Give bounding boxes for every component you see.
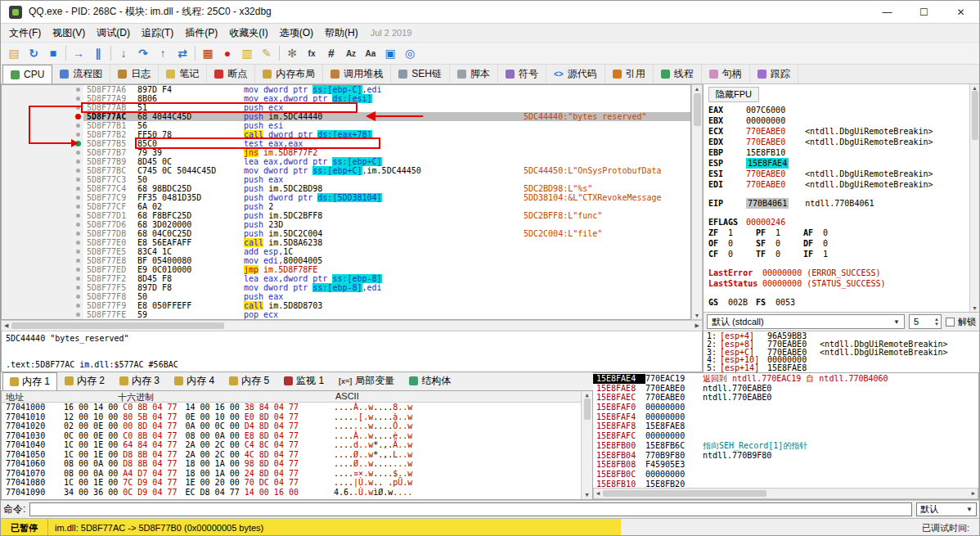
hash-icon[interactable]: # [321, 43, 341, 63]
scroll-right-icon[interactable]: ▶ [972, 490, 975, 497]
row-dot[interactable] [76, 205, 80, 209]
dump-tab-mem5[interactable]: 内存 5 [222, 372, 276, 390]
stack-row[interactable]: 15E8FAF400000000 [593, 412, 978, 422]
tab-trace[interactable]: 跟踪 [750, 65, 798, 83]
stack-hscrollbar[interactable]: ◀ ▶ [593, 488, 978, 499]
stack-row[interactable]: 15E8FAFC00000000 [593, 431, 978, 441]
step-out-icon[interactable]: ↑ [153, 43, 173, 63]
register-row[interactable]: CF0TF0IF1 [708, 249, 969, 259]
row-dot[interactable] [76, 106, 80, 110]
scroll-thumb[interactable] [11, 322, 224, 329]
row-dot[interactable] [76, 196, 80, 200]
scroll-left-icon[interactable]: ◀ [4, 322, 8, 329]
disasm-row[interactable]: 5D8F77B156push esi [2, 121, 690, 130]
row-dot[interactable] [76, 160, 80, 164]
memory-row[interactable]: 770410501C 00 1E 00 D8 8B 04 772A 00 2C … [2, 450, 581, 460]
tab-breakpoints[interactable]: 断点 [207, 65, 255, 83]
stack-row[interactable]: 15E8FAF000000000 [593, 403, 978, 412]
row-dot[interactable] [76, 214, 80, 218]
breakpoint-dot[interactable] [75, 114, 81, 119]
row-dot[interactable] [76, 151, 80, 155]
tab-graph[interactable]: 流程图 [52, 65, 110, 83]
disasm-row[interactable]: 5D8F77AB51push ecx [2, 103, 690, 112]
row-dot[interactable] [76, 169, 80, 173]
row-dot[interactable] [76, 277, 80, 281]
menu-item[interactable]: 收藏夹(I) [223, 25, 273, 42]
memory-row[interactable]: 770410300C 00 0E 00 C0 8B 04 7708 00 0A … [2, 431, 581, 441]
row-dot[interactable] [76, 223, 80, 227]
restart-icon[interactable]: ↻ [24, 43, 43, 63]
argument-row[interactable]: 5:[esp+14]15E8FAE8 [707, 364, 976, 372]
dump-tab-watch1[interactable]: 监视 1 [276, 372, 331, 390]
tab-log[interactable]: 日志 [110, 65, 159, 83]
memory-row[interactable]: 7704102002 00 0E 00 00 8D 04 770A 00 0C … [2, 421, 581, 431]
register-row[interactable]: EBX00000000 [708, 115, 969, 126]
command-input[interactable] [29, 502, 912, 516]
tab-notes[interactable]: 笔记 [159, 65, 207, 83]
memory-row[interactable]: 7704100016 00 14 00 C0 8B 04 7714 00 16 … [2, 403, 581, 412]
register-row[interactable]: ESI770EABE0<ntdll.DbgUiRemoteBreakin> [708, 169, 969, 179]
row-dot[interactable] [76, 286, 80, 290]
register-row[interactable]: LastStatus00000000 (STATUS_SUCCESS) [708, 278, 969, 289]
unlock-control[interactable]: 解锁 [946, 316, 976, 328]
breakpoints-icon[interactable]: ● [218, 43, 237, 63]
command-profile-select[interactable]: 默认 ▼ [916, 502, 977, 516]
row-dot[interactable] [76, 133, 80, 137]
dump-tab-mem1[interactable]: 内存 1 [2, 372, 57, 390]
pause-icon[interactable]: ∥ [88, 43, 108, 63]
scroll-down-icon[interactable]: ▼ [972, 305, 978, 311]
stack-row[interactable]: 15E8FB0015E8FB6C指向SEH_Record[1]的指针 [593, 441, 978, 451]
disasm-row[interactable]: 5D8F77C9FF35 0481D35Dpush dword ptr ds:[… [2, 193, 690, 202]
scroll-thumb[interactable] [584, 399, 591, 420]
scroll-up-icon[interactable]: ▲ [972, 85, 978, 91]
stack-row[interactable]: 15E8FB04770B9F80ntdll.770B9F80 [593, 451, 978, 461]
dump-tab-mem3[interactable]: 内存 3 [112, 372, 167, 390]
register-row[interactable]: LastError00000000 (ERROR_SUCCESS) [708, 268, 969, 278]
run-trace-icon[interactable]: ⇄ [173, 43, 192, 63]
memory-map-icon[interactable]: ▥ [237, 43, 257, 63]
hide-fpu-button[interactable]: 隐藏FPU [708, 87, 759, 102]
tab-seh-chain[interactable]: SEH链 [391, 65, 450, 83]
run-icon[interactable]: → [69, 43, 88, 63]
menu-item[interactable]: 追踪(T) [136, 25, 179, 42]
menu-item[interactable]: 帮助(H) [319, 25, 364, 42]
tab-references[interactable]: 引用 [605, 65, 654, 83]
stack-row[interactable]: 15E8FAE4770EAC19返回到 ntdll.770EAC19 自 ntd… [593, 374, 978, 384]
row-dot[interactable] [76, 187, 80, 191]
disassembly-hscrollbar[interactable]: ◀ ▶ [1, 320, 703, 331]
disasm-row[interactable]: 5D8F77D168 F8BFC25Dpush im.5DC2BFF85DC2B… [2, 211, 690, 220]
tab-threads[interactable]: 线程 [654, 65, 702, 83]
register-row[interactable]: ESP15E8FAE4 [708, 158, 969, 169]
row-dot[interactable] [76, 241, 80, 245]
register-row[interactable]: EBP15E8FB10 [708, 147, 969, 158]
registers-vscrollbar[interactable]: ▲ ▼ [969, 84, 979, 312]
menu-item[interactable]: 插件(P) [179, 25, 223, 42]
menu-item[interactable]: 调试(D) [91, 25, 136, 42]
tab-memory-map[interactable]: 内存布局 [255, 65, 323, 83]
disasm-row[interactable]: 5D8F77B2FF50 78call dword ptr ds:[eax+78… [2, 130, 690, 139]
step-over-icon[interactable]: ↷ [133, 43, 153, 63]
spy-icon[interactable]: ◎ [400, 43, 420, 63]
row-dot[interactable] [76, 313, 80, 317]
disasm-row[interactable]: 5D8F77A6897D F4mov dword ptr ss:[ebp-C],… [2, 85, 690, 94]
memory-row[interactable]: 7704101012 00 10 00 80 5B 04 770E 00 10 … [2, 412, 581, 422]
tab-call-stack[interactable]: 调用堆栈 [323, 65, 391, 83]
memory-row[interactable]: 7704107008 00 0A 00 A4 D7 04 7718 00 1A … [2, 469, 581, 479]
disasm-row[interactable]: 5D8F77B98D45 0Clea eax,dword ptr ss:[ebp… [2, 157, 690, 166]
step-into-icon[interactable]: ↓ [114, 43, 133, 63]
disasm-row[interactable]: 5D8F77D668 3D020000push 23D [2, 220, 690, 229]
notes-icon[interactable]: ✎ [257, 43, 276, 63]
stack-row[interactable]: 15E8FAF815E8FAE8 [593, 421, 978, 431]
row-dot[interactable] [76, 250, 80, 254]
register-row[interactable]: OF0SF0DF0 [708, 238, 969, 249]
disasm-row[interactable]: 5D8F77F28D45 F8lea eax,dword ptr ss:[ebp… [2, 274, 690, 283]
window-icon[interactable]: ▣ [380, 43, 400, 63]
disasm-row[interactable]: 5D8F77A98B06mov eax,dword ptr ds:[esi] [2, 94, 690, 103]
memory-row[interactable]: 770410801C 00 1E 00 7C D9 04 771E 00 20 … [2, 478, 581, 488]
row-dot[interactable] [76, 259, 80, 263]
disasm-row[interactable]: 5D8F77DB68 04C0C25Dpush im.5DC2C0045DC2C… [2, 229, 690, 238]
scroll-thumb[interactable] [694, 93, 701, 126]
scroll-thumb[interactable] [603, 490, 766, 497]
row-dot[interactable] [76, 295, 80, 299]
dump-tab-mem2[interactable]: 内存 2 [57, 372, 112, 390]
